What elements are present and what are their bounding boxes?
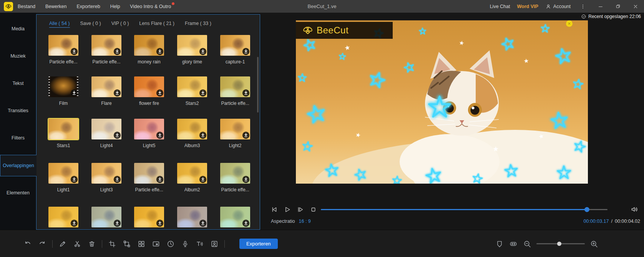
- pencil-icon[interactable]: [58, 239, 67, 249]
- download-icon[interactable]: [113, 89, 121, 97]
- download-icon[interactable]: [199, 89, 207, 97]
- aspect-ratio-value[interactable]: 16 : 9: [299, 219, 311, 224]
- download-icon[interactable]: [156, 219, 164, 227]
- seek-bar[interactable]: [321, 209, 607, 210]
- seek-bar-handle[interactable]: [584, 207, 589, 212]
- export-button[interactable]: Exporteren: [239, 239, 278, 249]
- download-icon[interactable]: [156, 48, 164, 55]
- download-icon[interactable]: [156, 131, 164, 139]
- word-vip-link[interactable]: Word VIP: [517, 4, 538, 9]
- effect-thumbnail[interactable]: [48, 207, 78, 227]
- marker-icon[interactable]: [495, 239, 504, 249]
- undo-icon[interactable]: [23, 239, 32, 249]
- download-icon[interactable]: [156, 89, 164, 97]
- sidebar-item-media[interactable]: Media: [0, 18, 36, 40]
- play-button[interactable]: [283, 205, 291, 214]
- sidebar-item-filters[interactable]: Filters: [0, 127, 36, 149]
- pip-icon[interactable]: [151, 239, 161, 249]
- redo-icon[interactable]: [38, 239, 47, 249]
- zoom-in-icon[interactable]: [589, 239, 599, 249]
- account-button[interactable]: Account: [545, 3, 571, 10]
- stop-button[interactable]: [309, 205, 317, 214]
- sidebar-item-muziek[interactable]: Muziek: [0, 45, 36, 67]
- maximize-button[interactable]: [613, 3, 623, 9]
- download-icon[interactable]: [242, 48, 250, 55]
- volume-icon[interactable]: [630, 205, 639, 214]
- effect-thumbnail-particle-effe[interactable]: [134, 163, 164, 184]
- effect-thumbnail-light3[interactable]: [91, 163, 121, 184]
- effect-thumbnail-stars1[interactable]: [48, 119, 78, 139]
- download-icon[interactable]: [70, 89, 78, 97]
- effect-thumbnail-capture-1[interactable]: [220, 35, 250, 56]
- effect-thumbnail-particle-effe[interactable]: [48, 35, 78, 56]
- menu-item-exportereb[interactable]: Exportereb: [76, 4, 100, 9]
- download-icon[interactable]: [199, 219, 207, 227]
- download-icon[interactable]: [156, 176, 164, 183]
- effect-thumbnail-light2[interactable]: [220, 119, 250, 139]
- effect-thumbnail-flare[interactable]: [91, 76, 121, 97]
- effect-thumbnail-particle-effe[interactable]: [220, 76, 250, 97]
- sidebar-item-overlappingen[interactable]: Overlappingen: [0, 155, 37, 176]
- download-icon[interactable]: [199, 131, 207, 139]
- close-button[interactable]: [630, 3, 641, 10]
- next-frame-button[interactable]: [296, 205, 304, 214]
- scrollbar[interactable]: [257, 57, 259, 113]
- transform-icon[interactable]: [122, 239, 131, 249]
- download-icon[interactable]: [242, 89, 250, 97]
- download-icon[interactable]: [113, 219, 121, 227]
- download-icon[interactable]: [113, 48, 121, 55]
- portrait-icon[interactable]: [210, 239, 219, 249]
- effect-thumbnail-film[interactable]: [48, 76, 78, 97]
- sidebar-item-elementen[interactable]: Elementen: [0, 182, 36, 204]
- effect-thumbnail-light5[interactable]: [134, 119, 164, 139]
- download-icon[interactable]: [70, 176, 78, 183]
- zoom-out-icon[interactable]: [523, 239, 532, 249]
- effect-thumbnail-stars2[interactable]: [177, 76, 207, 97]
- menu-item-bewerken[interactable]: Bewerken: [45, 4, 67, 9]
- sidebar-item-tekst[interactable]: Tekst: [0, 73, 36, 94]
- effect-thumbnail[interactable]: [91, 207, 121, 227]
- download-icon[interactable]: [70, 219, 78, 227]
- video-preview[interactable]: BeeCut: [296, 20, 588, 184]
- app-logo-bee-icon[interactable]: [4, 2, 13, 11]
- download-icon[interactable]: [113, 131, 121, 139]
- effect-thumbnail-particle-effe[interactable]: [220, 163, 250, 184]
- download-icon[interactable]: [199, 176, 207, 183]
- menu-item-video-intro-outro[interactable]: Video Intro & Outro: [130, 4, 171, 9]
- microphone-icon[interactable]: [181, 239, 190, 249]
- fit-width-icon[interactable]: [509, 239, 518, 249]
- live-chat-link[interactable]: Live Chat: [490, 4, 510, 9]
- effect-thumbnail-money-rain[interactable]: [134, 35, 164, 56]
- zoom-slider-handle[interactable]: [557, 242, 561, 246]
- download-icon[interactable]: [199, 48, 207, 55]
- minimize-button[interactable]: [595, 3, 606, 10]
- download-icon[interactable]: [242, 131, 250, 139]
- menu-item-bestand[interactable]: Bestand: [18, 4, 35, 9]
- sidebar-item-transities[interactable]: Transities: [0, 100, 36, 121]
- more-menu-kebab-icon[interactable]: [578, 3, 588, 10]
- crop-icon[interactable]: [108, 239, 117, 249]
- download-icon[interactable]: [242, 219, 250, 227]
- effect-thumbnail[interactable]: [177, 207, 207, 227]
- effect-thumbnail-light1[interactable]: [48, 163, 78, 184]
- effect-thumbnail[interactable]: [134, 207, 164, 227]
- scissors-icon[interactable]: [73, 239, 82, 249]
- effect-thumbnail-album3[interactable]: [177, 119, 207, 139]
- effect-thumbnail-album2[interactable]: [177, 163, 207, 184]
- effect-thumbnail-particle-effe[interactable]: [91, 35, 121, 56]
- effect-thumbnail-glory-time[interactable]: [177, 35, 207, 56]
- prev-frame-button[interactable]: [270, 205, 278, 214]
- effect-thumbnail[interactable]: [220, 207, 250, 227]
- effect-thumbnail-flower-fire[interactable]: [134, 76, 164, 97]
- download-icon[interactable]: [242, 176, 250, 183]
- trash-icon[interactable]: [87, 239, 96, 249]
- menu-item-help[interactable]: Help: [110, 4, 120, 9]
- text-to-speech-icon[interactable]: [195, 239, 204, 249]
- mosaic-icon[interactable]: [137, 239, 146, 249]
- clock-icon[interactable]: [166, 239, 175, 249]
- download-icon[interactable]: [113, 176, 121, 183]
- download-icon[interactable]: [70, 48, 78, 55]
- timeline-zoom-slider[interactable]: [536, 243, 585, 244]
- effect-thumbnail-light4[interactable]: [91, 119, 121, 139]
- remove-overlay-close-icon[interactable]: [566, 20, 573, 27]
